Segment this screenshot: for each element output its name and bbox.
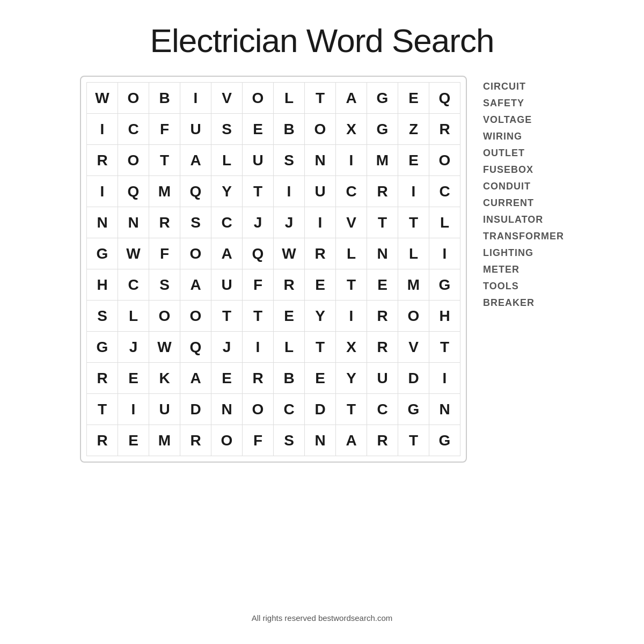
- grid-cell[interactable]: V: [336, 207, 367, 238]
- grid-cell[interactable]: N: [118, 207, 149, 238]
- grid-cell[interactable]: R: [243, 363, 274, 394]
- grid-cell[interactable]: S: [274, 425, 305, 456]
- grid-cell[interactable]: H: [429, 301, 460, 332]
- grid-cell[interactable]: T: [211, 301, 243, 332]
- grid-cell[interactable]: Z: [398, 114, 429, 145]
- grid-cell[interactable]: N: [305, 425, 336, 456]
- grid-cell[interactable]: F: [149, 114, 180, 145]
- grid-cell[interactable]: M: [398, 269, 429, 301]
- grid-cell[interactable]: J: [211, 332, 243, 363]
- grid-cell[interactable]: E: [243, 114, 274, 145]
- grid-cell[interactable]: J: [243, 207, 274, 238]
- grid-cell[interactable]: V: [211, 83, 243, 114]
- grid-cell[interactable]: Q: [180, 176, 211, 207]
- grid-cell[interactable]: F: [243, 425, 274, 456]
- grid-cell[interactable]: Q: [429, 83, 460, 114]
- grid-cell[interactable]: U: [243, 145, 274, 176]
- grid-cell[interactable]: D: [305, 394, 336, 425]
- grid-cell[interactable]: T: [336, 394, 367, 425]
- grid-cell[interactable]: Y: [336, 363, 367, 394]
- grid-cell[interactable]: L: [429, 207, 460, 238]
- grid-cell[interactable]: T: [305, 83, 336, 114]
- grid-cell[interactable]: S: [211, 114, 243, 145]
- grid-cell[interactable]: O: [118, 145, 149, 176]
- grid-cell[interactable]: E: [118, 425, 149, 456]
- grid-cell[interactable]: M: [367, 145, 398, 176]
- grid-cell[interactable]: T: [305, 332, 336, 363]
- grid-cell[interactable]: R: [367, 176, 398, 207]
- grid-cell[interactable]: G: [429, 269, 460, 301]
- grid-cell[interactable]: I: [243, 332, 274, 363]
- grid-cell[interactable]: M: [149, 176, 180, 207]
- grid-cell[interactable]: F: [243, 269, 274, 301]
- grid-cell[interactable]: I: [398, 176, 429, 207]
- grid-cell[interactable]: H: [87, 269, 118, 301]
- grid-cell[interactable]: Y: [305, 301, 336, 332]
- grid-cell[interactable]: K: [149, 363, 180, 394]
- grid-cell[interactable]: W: [87, 83, 118, 114]
- grid-cell[interactable]: R: [367, 332, 398, 363]
- grid-cell[interactable]: O: [305, 114, 336, 145]
- grid-cell[interactable]: V: [398, 332, 429, 363]
- grid-cell[interactable]: E: [211, 363, 243, 394]
- grid-cell[interactable]: E: [118, 363, 149, 394]
- grid-cell[interactable]: E: [305, 363, 336, 394]
- grid-cell[interactable]: O: [118, 83, 149, 114]
- grid-cell[interactable]: I: [429, 238, 460, 269]
- grid-cell[interactable]: G: [367, 114, 398, 145]
- grid-cell[interactable]: G: [367, 83, 398, 114]
- grid-cell[interactable]: L: [274, 332, 305, 363]
- grid-cell[interactable]: Q: [118, 176, 149, 207]
- grid-cell[interactable]: O: [398, 301, 429, 332]
- grid-cell[interactable]: R: [87, 425, 118, 456]
- grid-cell[interactable]: T: [398, 207, 429, 238]
- grid-cell[interactable]: S: [274, 145, 305, 176]
- grid-cell[interactable]: C: [336, 176, 367, 207]
- grid-cell[interactable]: O: [243, 394, 274, 425]
- grid-cell[interactable]: O: [211, 425, 243, 456]
- grid-cell[interactable]: I: [305, 207, 336, 238]
- grid-cell[interactable]: B: [274, 363, 305, 394]
- grid-cell[interactable]: N: [211, 394, 243, 425]
- grid-cell[interactable]: S: [149, 269, 180, 301]
- grid-cell[interactable]: R: [367, 425, 398, 456]
- grid-cell[interactable]: O: [180, 301, 211, 332]
- grid-cell[interactable]: A: [336, 83, 367, 114]
- grid-cell[interactable]: U: [180, 114, 211, 145]
- grid-cell[interactable]: A: [336, 425, 367, 456]
- grid-cell[interactable]: C: [118, 114, 149, 145]
- grid-cell[interactable]: E: [398, 83, 429, 114]
- grid-cell[interactable]: G: [87, 332, 118, 363]
- grid-cell[interactable]: C: [429, 176, 460, 207]
- grid-cell[interactable]: Q: [180, 332, 211, 363]
- grid-cell[interactable]: T: [429, 332, 460, 363]
- grid-cell[interactable]: R: [274, 269, 305, 301]
- grid-cell[interactable]: T: [336, 269, 367, 301]
- grid-cell[interactable]: C: [118, 269, 149, 301]
- grid-cell[interactable]: C: [367, 394, 398, 425]
- grid-cell[interactable]: X: [336, 114, 367, 145]
- grid-cell[interactable]: B: [149, 83, 180, 114]
- grid-cell[interactable]: T: [367, 207, 398, 238]
- grid-cell[interactable]: D: [180, 394, 211, 425]
- grid-cell[interactable]: W: [149, 332, 180, 363]
- grid-cell[interactable]: W: [118, 238, 149, 269]
- grid-cell[interactable]: E: [398, 145, 429, 176]
- grid-cell[interactable]: C: [274, 394, 305, 425]
- grid-cell[interactable]: N: [429, 394, 460, 425]
- grid-cell[interactable]: A: [180, 363, 211, 394]
- grid-cell[interactable]: S: [87, 301, 118, 332]
- grid-cell[interactable]: R: [149, 207, 180, 238]
- grid-cell[interactable]: I: [87, 114, 118, 145]
- grid-cell[interactable]: U: [367, 363, 398, 394]
- grid-cell[interactable]: T: [149, 145, 180, 176]
- grid-cell[interactable]: J: [118, 332, 149, 363]
- grid-cell[interactable]: O: [243, 83, 274, 114]
- grid-cell[interactable]: L: [211, 145, 243, 176]
- grid-cell[interactable]: G: [429, 425, 460, 456]
- grid-cell[interactable]: B: [274, 114, 305, 145]
- grid-cell[interactable]: R: [429, 114, 460, 145]
- grid-cell[interactable]: E: [274, 301, 305, 332]
- grid-cell[interactable]: N: [305, 145, 336, 176]
- grid-cell[interactable]: Q: [243, 238, 274, 269]
